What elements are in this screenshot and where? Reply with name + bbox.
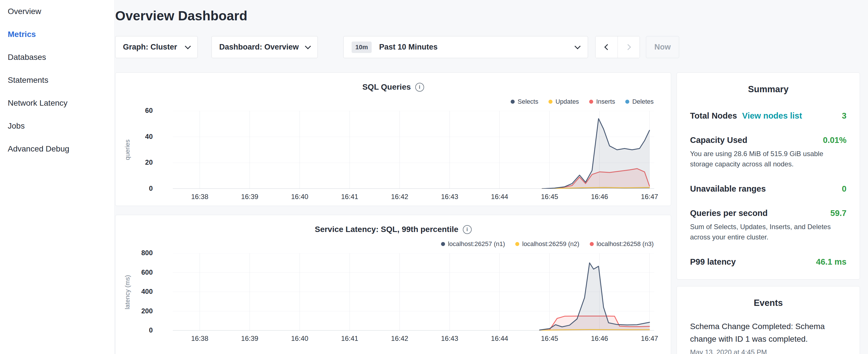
time-range-badge: 10m xyxy=(351,41,372,53)
time-pager xyxy=(595,36,640,58)
dashboard-body: SQL Queries i SelectsUpdatesInsertsDelet… xyxy=(115,72,868,354)
x-tick-label: 16:46 xyxy=(591,334,608,343)
y-tick-label: 600 xyxy=(116,268,153,277)
y-axis-unit-label: latency (ms) xyxy=(124,275,131,309)
sidebar-item-advanced-debug[interactable]: Advanced Debug xyxy=(0,137,114,160)
legend-item[interactable]: Deletes xyxy=(625,98,654,105)
event-timestamp: May 13, 2020 at 4:45 PM xyxy=(690,348,846,354)
legend-dot-icon xyxy=(441,242,445,246)
y-tick-label: 20 xyxy=(116,158,153,166)
legend-label: localhost:26259 (n2) xyxy=(522,240,579,248)
x-tick-label: 16:40 xyxy=(291,334,308,343)
sidebar-item-jobs[interactable]: Jobs xyxy=(0,115,114,137)
sql-queries-chart-card: SQL Queries i SelectsUpdatesInsertsDelet… xyxy=(115,72,671,206)
legend-label: Selects xyxy=(518,98,538,105)
x-tick-label: 16:41 xyxy=(341,334,358,343)
legend-item[interactable]: Updates xyxy=(549,98,579,105)
chevron-right-icon xyxy=(625,44,631,50)
summary-label: Total Nodes xyxy=(690,111,737,121)
events-panel: Events Schema Change Completed: Schema c… xyxy=(677,286,860,354)
chart-plot[interactable] xyxy=(173,111,654,189)
sidebar-item-statements[interactable]: Statements xyxy=(0,69,114,92)
x-tick-label: 16:47 xyxy=(641,334,658,343)
dashboard-label: Dashboard: Overview xyxy=(219,43,299,52)
dashboard-dropdown[interactable]: Dashboard: Overview xyxy=(212,36,318,58)
y-tick-label: 0 xyxy=(116,185,153,192)
legend-label: Inserts xyxy=(596,98,615,105)
summary-label: P99 latency xyxy=(690,257,736,267)
summary-row-capacity-used: Capacity Used 0.01% You are using 28.6 M… xyxy=(690,135,846,169)
sidebar-item-metrics[interactable]: Metrics xyxy=(0,23,114,46)
summary-title: Summary xyxy=(690,73,846,95)
sidebar-item-overview[interactable]: Overview xyxy=(0,0,114,23)
summary-panel: Summary Total Nodes View nodes list 3 Ca… xyxy=(677,72,860,280)
summary-description: You are using 28.6 MiB of 515.9 GiB usab… xyxy=(690,149,846,169)
legend-item[interactable]: localhost:26257 (n1) xyxy=(441,240,505,248)
summary-description: Sum of Selects, Updates, Inserts, and De… xyxy=(690,222,846,242)
info-icon[interactable]: i xyxy=(415,83,424,92)
summary-row-total-nodes: Total Nodes View nodes list 3 xyxy=(690,111,846,121)
legend-dot-icon xyxy=(590,242,594,246)
time-range-selector[interactable]: 10m Past 10 Minutes xyxy=(343,36,588,58)
x-tick-label: 16:44 xyxy=(491,193,508,201)
sidebar: Overview Metrics Databases Statements Ne… xyxy=(0,0,115,354)
chart-legend: localhost:26257 (n1)localhost:26259 (n2)… xyxy=(441,240,654,248)
y-tick-label: 400 xyxy=(116,288,153,296)
y-tick-label: 60 xyxy=(116,106,153,115)
time-back-button[interactable] xyxy=(595,36,618,58)
x-tick-label: 16:40 xyxy=(291,193,308,201)
events-title: Events xyxy=(690,286,846,308)
x-tick-label: 16:39 xyxy=(241,193,258,201)
chevron-down-icon xyxy=(185,43,191,49)
x-tick-label: 16:38 xyxy=(191,334,208,343)
legend-dot-icon xyxy=(515,242,519,246)
view-nodes-link[interactable]: View nodes list xyxy=(742,111,802,121)
y-tick-label: 0 xyxy=(116,326,153,334)
summary-label: Unavailable ranges xyxy=(690,184,766,194)
y-tick-label: 800 xyxy=(116,249,153,257)
legend-label: localhost:26257 (n1) xyxy=(448,240,505,248)
x-tick-label: 16:43 xyxy=(441,193,458,201)
legend-item[interactable]: Selects xyxy=(510,98,538,105)
chevron-down-icon xyxy=(575,43,581,49)
x-tick-label: 16:45 xyxy=(541,334,558,343)
x-tick-label: 16:38 xyxy=(191,193,208,201)
event-item: Schema Change Completed: Schema change w… xyxy=(690,320,846,354)
legend-item[interactable]: Inserts xyxy=(589,98,615,105)
legend-dot-icon xyxy=(510,100,515,104)
x-tick-label: 16:41 xyxy=(341,193,358,201)
summary-label: Capacity Used xyxy=(690,135,747,145)
charts-column: SQL Queries i SelectsUpdatesInsertsDelet… xyxy=(115,72,671,354)
side-column: Summary Total Nodes View nodes list 3 Ca… xyxy=(677,72,860,354)
chart-plot[interactable] xyxy=(173,253,654,330)
chevron-left-icon xyxy=(604,44,610,50)
now-button[interactable]: Now xyxy=(646,36,679,58)
page-title: Overview Dashboard xyxy=(115,8,868,24)
summary-value: 0 xyxy=(842,184,846,194)
chevron-down-icon xyxy=(305,43,311,49)
summary-row-p99-latency: P99 latency 46.1 ms xyxy=(690,257,846,267)
time-forward-button[interactable] xyxy=(618,36,640,58)
legend-dot-icon xyxy=(589,100,593,104)
legend-item[interactable]: localhost:26259 (n2) xyxy=(515,240,579,248)
x-tick-label: 16:42 xyxy=(391,193,408,201)
summary-value: 3 xyxy=(842,111,846,121)
chart-title: SQL Queries xyxy=(362,83,411,92)
x-tick-label: 16:44 xyxy=(491,334,508,343)
legend-label: Deletes xyxy=(632,98,654,105)
info-icon[interactable]: i xyxy=(463,225,472,234)
sidebar-item-network-latency[interactable]: Network Latency xyxy=(0,92,114,115)
sidebar-item-databases[interactable]: Databases xyxy=(0,46,114,69)
summary-value: 0.01% xyxy=(823,135,846,145)
main-content: Overview Dashboard Graph: Cluster Dashbo… xyxy=(115,0,868,354)
x-tick-label: 16:39 xyxy=(241,334,258,343)
legend-dot-icon xyxy=(625,100,629,104)
event-message: Schema Change Completed: Schema change w… xyxy=(690,320,846,345)
summary-label: Queries per second xyxy=(690,208,768,218)
x-tick-label: 16:42 xyxy=(391,334,408,343)
graph-scope-dropdown[interactable]: Graph: Cluster xyxy=(115,36,198,58)
toolbar: Graph: Cluster Dashboard: Overview 10m P… xyxy=(115,36,868,58)
legend-item[interactable]: localhost:26258 (n3) xyxy=(590,240,654,248)
time-range-label: Past 10 Minutes xyxy=(379,43,576,52)
legend-label: Updates xyxy=(555,98,579,105)
